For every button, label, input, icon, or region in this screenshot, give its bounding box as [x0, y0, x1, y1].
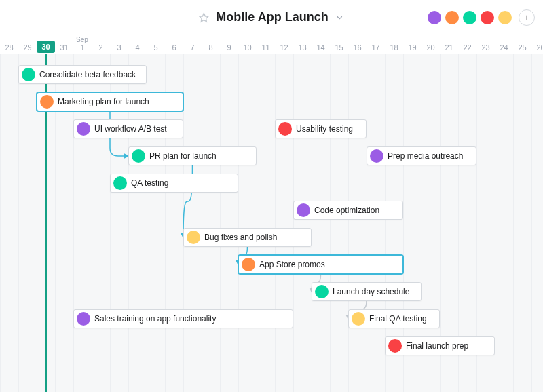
day-cell[interactable]: 19: [403, 43, 422, 52]
user-avatar: [352, 312, 365, 326]
day-cell[interactable]: 6: [165, 43, 183, 52]
task-bar-code-opt[interactable]: Code optimization: [293, 201, 403, 220]
add-collaborator-button[interactable]: +: [519, 9, 535, 26]
task-bar-launch-day[interactable]: Launch day schedule: [312, 282, 422, 301]
task-label: App Store promos: [259, 260, 325, 269]
task-bar-app-store[interactable]: App Store promos: [238, 255, 403, 274]
task-bar-pr-plan[interactable]: PR plan for launch: [128, 146, 257, 165]
day-cell[interactable]: 13: [293, 43, 312, 52]
user-avatar: [242, 258, 255, 271]
header: Mobile App Launch +: [0, 0, 543, 35]
day-cell[interactable]: 5: [147, 43, 165, 52]
star-icon[interactable]: [198, 12, 209, 23]
day-cell[interactable]: 11: [257, 43, 275, 52]
header-title-wrap: Mobile App Launch: [198, 10, 344, 24]
task-bar-final-launch[interactable]: Final launch prep: [385, 336, 495, 355]
day-cell[interactable]: 18: [385, 43, 403, 52]
task-bar-sales-train[interactable]: Sales training on app functionality: [73, 309, 293, 328]
task-label: Marketing plan for launch: [58, 97, 149, 106]
user-avatar: [315, 285, 329, 298]
task-bar-qa-testing[interactable]: QA testing: [110, 174, 238, 193]
day-cell[interactable]: 9: [220, 43, 238, 52]
day-cell[interactable]: 23: [476, 43, 495, 52]
day-cell[interactable]: 30: [37, 41, 55, 53]
task-bar-marketing[interactable]: Marketing plan for launch: [37, 92, 183, 111]
day-cell[interactable]: 28: [0, 43, 18, 52]
user-avatar: [113, 176, 127, 190]
day-cell[interactable]: 10: [238, 43, 257, 52]
collaborator-avatar[interactable]: [479, 9, 495, 26]
collaborator-avatars: +: [429, 9, 535, 26]
collaborator-avatar[interactable]: [426, 9, 443, 26]
task-label: PR plan for launch: [149, 151, 217, 161]
user-avatar: [77, 312, 90, 326]
task-bar-consolidate[interactable]: Consolidate beta feedback: [18, 65, 147, 84]
collaborator-avatar[interactable]: [497, 9, 513, 26]
task-label: Code optimization: [314, 205, 379, 215]
task-bar-bug-fixes[interactable]: Bug fixes and polish: [183, 228, 312, 247]
task-bar-final-qa[interactable]: Final QA testing: [348, 309, 440, 328]
collaborator-avatar[interactable]: [462, 9, 478, 26]
task-bar-ui-ab[interactable]: UI workflow A/B test: [73, 119, 183, 138]
task-label: Final QA testing: [369, 314, 427, 324]
day-cell[interactable]: 7: [183, 43, 202, 52]
user-avatar: [40, 95, 54, 109]
user-avatar: [370, 149, 383, 163]
task-label: Usability testing: [296, 124, 353, 134]
page-title: Mobile App Launch: [216, 10, 328, 24]
day-cell[interactable]: 14: [312, 43, 330, 52]
task-label: Sales training on app functionality: [94, 314, 216, 324]
day-cell[interactable]: 26: [531, 43, 543, 52]
day-cell[interactable]: 8: [202, 43, 220, 52]
day-cell[interactable]: 31: [55, 43, 73, 52]
day-cell[interactable]: 16: [348, 43, 367, 52]
day-cell[interactable]: 17: [367, 43, 385, 52]
day-cell[interactable]: 15: [330, 43, 348, 52]
day-cell[interactable]: 3: [110, 43, 128, 52]
gantt-canvas[interactable]: Consolidate beta feedbackMarketing plan …: [0, 54, 543, 392]
svg-marker-0: [200, 13, 208, 22]
day-cell[interactable]: 1: [73, 43, 92, 52]
day-cell[interactable]: 12: [275, 43, 293, 52]
task-bar-usability[interactable]: Usability testing: [275, 119, 367, 138]
user-avatar: [77, 122, 90, 136]
collaborator-avatar[interactable]: [444, 9, 460, 26]
user-avatar: [22, 68, 35, 81]
day-cell[interactable]: 4: [128, 43, 147, 52]
task-label: QA testing: [131, 178, 168, 188]
user-avatar: [388, 339, 402, 353]
day-cell[interactable]: 21: [440, 43, 458, 52]
user-avatar: [278, 122, 292, 136]
task-label: Bug fixes and polish: [204, 233, 277, 242]
task-label: UI workflow A/B test: [94, 124, 167, 134]
day-cell[interactable]: 20: [422, 43, 440, 52]
task-label: Final launch prep: [406, 341, 468, 351]
month-label: Sep: [76, 36, 88, 43]
day-cell[interactable]: 24: [495, 43, 513, 52]
day-cell[interactable]: 29: [18, 43, 37, 52]
task-label: Consolidate beta feedback: [39, 70, 136, 79]
chevron-down-icon[interactable]: [335, 13, 345, 22]
day-cell[interactable]: 2: [92, 43, 110, 52]
user-avatar: [297, 203, 310, 217]
task-label: Prep media outreach: [388, 151, 463, 161]
timeline-date-header: 28293031Sep12345678910111213141516171819…: [0, 35, 543, 54]
user-avatar: [187, 231, 200, 244]
task-bar-prep-media[interactable]: Prep media outreach: [367, 146, 476, 165]
task-label: Launch day schedule: [333, 287, 409, 296]
user-avatar: [132, 149, 145, 163]
day-cell[interactable]: 25: [513, 43, 531, 52]
day-cell[interactable]: 22: [458, 43, 476, 52]
